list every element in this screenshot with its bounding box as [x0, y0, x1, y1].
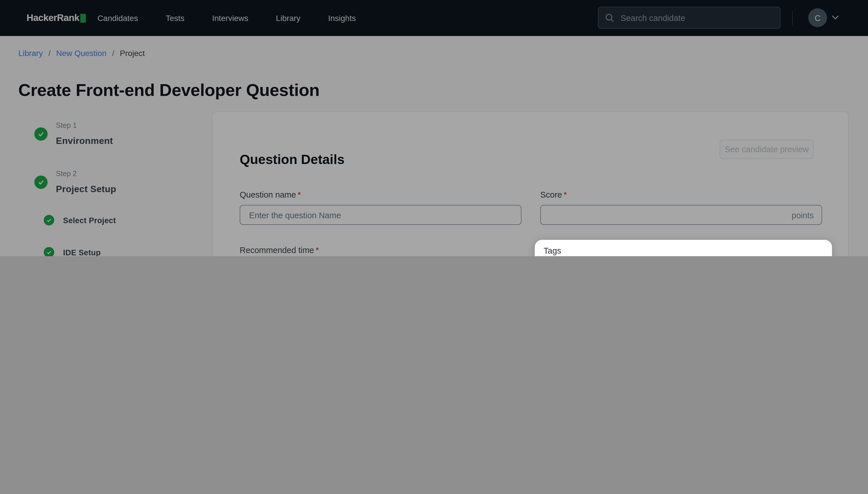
tags-label: Tags [544, 246, 561, 255]
tour-dim-overlay [0, 0, 868, 256]
tags-spotlight-card: Tags Select Tags [535, 240, 832, 256]
page: HackerRank Candidates Tests Interviews L… [0, 0, 868, 256]
